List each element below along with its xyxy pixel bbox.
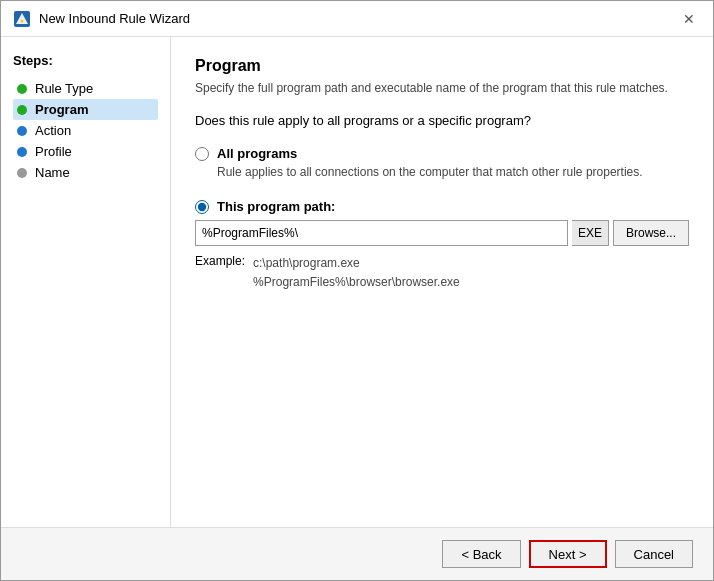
sidebar-label-program: Program [35, 102, 88, 117]
page-title: Program [195, 57, 689, 75]
example-line-1: c:\path\program.exe [253, 256, 360, 270]
sidebar-item-program[interactable]: Program [13, 99, 158, 120]
close-button[interactable]: ✕ [677, 7, 701, 31]
svg-point-2 [21, 19, 24, 22]
example-block: Example: c:\path\program.exe %ProgramFil… [195, 254, 689, 292]
steps-sidebar: Steps: Rule Type Program Action Profile … [1, 37, 171, 527]
this-program-radio[interactable] [195, 200, 209, 214]
back-button[interactable]: < Back [442, 540, 520, 568]
all-programs-option: All programs Rule applies to all connect… [195, 146, 689, 181]
all-programs-row[interactable]: All programs [195, 146, 689, 161]
step-upcoming-icon-2 [17, 147, 27, 157]
example-values: c:\path\program.exe %ProgramFiles%\brows… [253, 254, 460, 292]
this-program-option: This program path: EXE Browse... Example… [195, 199, 689, 292]
this-program-label[interactable]: This program path: [217, 199, 335, 214]
example-label: Example: [195, 254, 245, 292]
step-done-icon [17, 84, 27, 94]
sidebar-item-rule-type[interactable]: Rule Type [13, 78, 158, 99]
all-programs-radio[interactable] [195, 147, 209, 161]
sidebar-label-name: Name [35, 165, 70, 180]
step-upcoming-icon-3 [17, 168, 27, 178]
step-upcoming-icon [17, 126, 27, 136]
this-program-row[interactable]: This program path: [195, 199, 689, 214]
page-subtitle: Specify the full program path and execut… [195, 81, 689, 95]
sidebar-label-rule-type: Rule Type [35, 81, 93, 96]
title-bar: New Inbound Rule Wizard ✕ [1, 1, 713, 37]
window-icon [13, 10, 31, 28]
next-button[interactable]: Next > [529, 540, 607, 568]
example-line-2: %ProgramFiles%\browser\browser.exe [253, 275, 460, 289]
sidebar-label-profile: Profile [35, 144, 72, 159]
browse-button[interactable]: Browse... [613, 220, 689, 246]
dialog-footer: < Back Next > Cancel [1, 527, 713, 580]
path-input-row: EXE Browse... [195, 220, 689, 246]
cancel-button[interactable]: Cancel [615, 540, 693, 568]
sidebar-item-name[interactable]: Name [13, 162, 158, 183]
exe-badge: EXE [572, 220, 609, 246]
all-programs-label[interactable]: All programs [217, 146, 297, 161]
sidebar-item-action[interactable]: Action [13, 120, 158, 141]
sidebar-item-profile[interactable]: Profile [13, 141, 158, 162]
window-title: New Inbound Rule Wizard [39, 11, 677, 26]
dialog-content: Steps: Rule Type Program Action Profile … [1, 37, 713, 527]
main-panel: Program Specify the full program path an… [171, 37, 713, 527]
program-path-input[interactable] [195, 220, 568, 246]
question-text: Does this rule apply to all programs or … [195, 113, 689, 128]
wizard-window: New Inbound Rule Wizard ✕ Steps: Rule Ty… [0, 0, 714, 581]
sidebar-label-action: Action [35, 123, 71, 138]
steps-heading: Steps: [13, 53, 158, 68]
all-programs-desc: Rule applies to all connections on the c… [217, 165, 689, 179]
step-active-icon [17, 105, 27, 115]
